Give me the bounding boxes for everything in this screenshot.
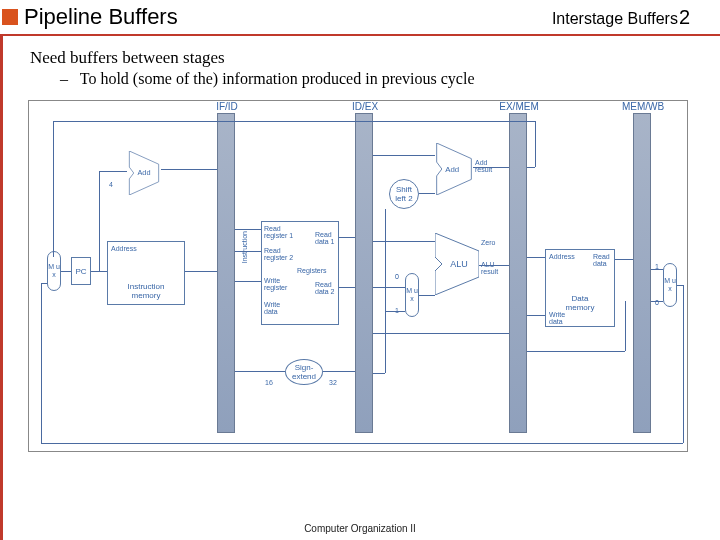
wire [339,237,355,238]
wire [373,155,435,156]
reg-memwb-label: MEM/WB [613,101,673,112]
zero-label: Zero [481,239,495,246]
wire [373,373,385,374]
wire [339,287,355,288]
wire [185,271,217,272]
imem-addr-label: Address [111,245,137,252]
wire [527,257,545,258]
imem-label: Instruction memory [128,282,165,300]
dmem-addr: Address [549,253,575,260]
wire [683,285,684,443]
wire [99,171,100,271]
wire [41,283,42,443]
wire [53,121,54,257]
mux-nextpc: M u x [47,251,61,291]
reg-ifid [217,113,235,433]
divider [0,34,720,36]
body-p2-text: To hold (some of the) information produc… [80,70,475,87]
reg-idex [355,113,373,433]
wire [527,315,545,316]
wr: Write register [264,277,287,291]
wire [41,443,683,444]
subtitle: Interstage Buffers [552,10,678,28]
wire [161,169,217,170]
page-number: 2 [679,6,690,29]
rr2: Read register 2 [264,247,293,261]
wire [419,193,435,194]
wire [385,311,405,312]
wire [373,287,405,288]
rr1: Read register 1 [264,225,293,239]
n16: 16 [265,379,273,386]
mux-memtoreg: M u x [663,263,677,307]
wire [91,271,107,272]
wire [41,283,47,284]
wire [53,121,535,122]
wire [235,251,261,252]
sign-extend: Sign- extend [285,359,323,385]
pc: PC [71,257,91,285]
wire [235,281,261,282]
rd1: Read data 1 [315,231,334,245]
page-title: Pipeline Buffers [24,4,178,30]
mux-0a: 0 [395,273,399,280]
add-result: Add result [475,159,492,173]
shift-left-2: Shift left 2 [389,179,419,209]
body-p2: – To hold (some of the) information prod… [60,70,700,88]
wire [527,167,535,168]
reg-ifid-label: IF/ID [197,101,257,112]
wire [235,371,285,372]
n32: 32 [329,379,337,386]
dmem-wd: Write data [549,311,565,325]
wire [235,229,261,230]
rd2: Read data 2 [315,281,334,295]
svg-text:Add: Add [445,165,459,174]
reg-exmem-label: EX/MEM [489,101,549,112]
wire [473,167,509,168]
wire [385,209,386,373]
body: Need buffers between stages – To hold (s… [30,48,700,88]
datapath-diagram: IF/ID ID/EX EX/MEM MEM/WB M u x PC Instr… [28,100,688,452]
side-accent [0,34,3,540]
svg-text:ALU: ALU [450,259,468,269]
dmem-rd: Read data [593,253,610,267]
mux-alusrc: M u x [405,273,419,317]
wire [625,301,626,351]
wire [61,271,71,272]
body-p1: Need buffers between stages [30,48,700,68]
reg-exmem [509,113,527,433]
alu-result: ALU result [481,261,498,275]
wd: Write data [264,301,280,315]
wire [323,371,355,372]
rf-label: Registers [297,267,327,274]
dmem-label: Data memory [566,294,595,312]
bullet-icon [2,9,18,25]
wire [419,295,435,296]
reg-idex-label: ID/EX [335,101,395,112]
alu: ALU [435,233,479,295]
reg-memwb [633,113,651,433]
svg-text:Add: Add [137,168,150,177]
wire [99,171,127,172]
add-pc4: Add [127,151,161,195]
wire [373,241,435,242]
wire [651,301,663,302]
add-branch: Add [435,143,473,195]
wire [373,333,509,334]
header-right: Interstage Buffers 2 [552,6,690,29]
wire [651,269,663,270]
instr-label: Instruction [241,231,248,263]
wire [535,121,536,167]
dash-icon: – [60,70,68,87]
wire [479,265,509,266]
wire [615,259,633,260]
footer: Computer Organization II [0,523,720,534]
const-4: 4 [109,181,113,188]
wire [527,351,625,352]
